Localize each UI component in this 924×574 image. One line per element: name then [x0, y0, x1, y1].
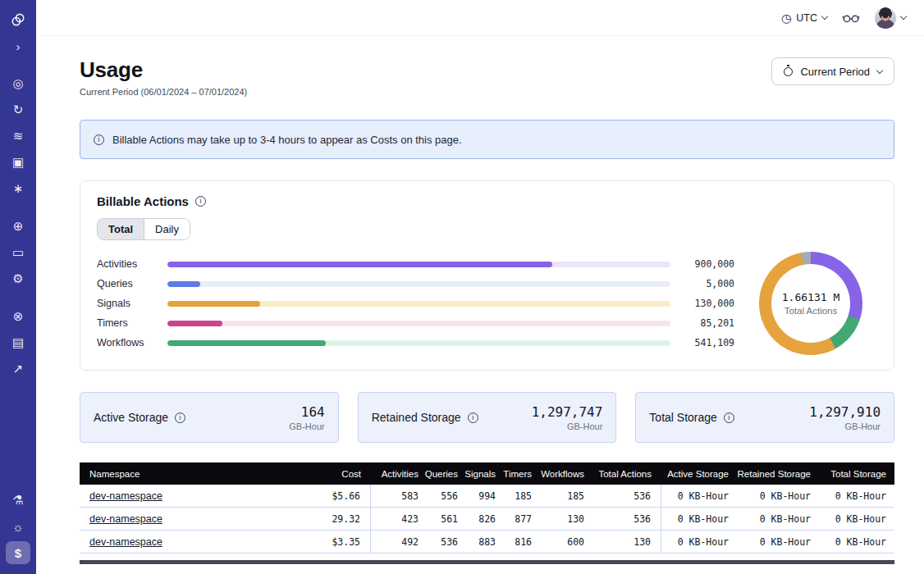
info-icon[interactable]: i — [724, 412, 734, 423]
namespace-link[interactable]: dev-namespace — [89, 513, 162, 525]
table-cell-queries: 561 — [428, 508, 468, 530]
bar-fill — [167, 321, 222, 326]
docs-icon[interactable]: ▤ — [6, 331, 30, 354]
column-header: Signals — [468, 462, 505, 485]
user-menu[interactable] — [875, 7, 906, 29]
page-head: Usage Current Period (06/01/2024 – 07/01… — [80, 57, 894, 97]
period-button-label: Current Period — [800, 66, 870, 78]
cell-value: 0 KB-Hour — [760, 490, 811, 502]
cell-value: 877 — [515, 513, 532, 525]
bar-row: Workflows541,109 — [97, 335, 734, 351]
table-cell-retained_storage: 0 KB-Hour — [737, 508, 819, 530]
donut-chart: 1.66131 M Total Actions — [759, 252, 862, 355]
bar-label: Signals — [97, 298, 156, 309]
table-cell-namespace: dev-namespace — [80, 508, 309, 530]
view-toggle: Total Daily — [97, 218, 190, 240]
chevron-down-icon — [900, 13, 907, 20]
launch-icon[interactable]: ↗ — [6, 358, 30, 380]
avatar — [875, 7, 896, 29]
column-header: Total Storage — [819, 462, 894, 485]
theme-toggle-icon[interactable]: ☼ — [6, 515, 30, 538]
bar-fill — [167, 301, 260, 307]
chart-row: Activities900,000Queries5,000Signals130,… — [97, 252, 877, 355]
glasses-icon[interactable] — [842, 12, 860, 24]
nexus-icon[interactable]: ∗ — [6, 177, 30, 200]
namespaces-icon[interactable]: ◎ — [6, 72, 30, 95]
donut-total-label: Total Actions — [784, 306, 838, 316]
settings-gear-icon[interactable]: ⚙ — [6, 267, 30, 290]
lab-flask-icon[interactable]: ⚗ — [6, 489, 30, 512]
usage-page: Usage Current Period (06/01/2024 – 07/01… — [36, 36, 924, 564]
cell-value: 130 — [567, 513, 584, 525]
stat-value: 164 — [289, 404, 324, 420]
table-row: dev-namespace29.324235618268771305360 KB… — [80, 508, 894, 531]
column-header: Queries — [428, 462, 468, 485]
card-title: Billable Actions — [97, 194, 189, 208]
clock-icon: ◷ — [781, 11, 791, 25]
cell-value: 583 — [401, 490, 419, 502]
bar-label: Timers — [97, 317, 156, 329]
column-header: Total Actions — [594, 462, 661, 485]
main-column: ◷ UTC Usage Current Period (06/01/2024 –… — [36, 0, 924, 574]
table-cell-cost: 29.32 — [309, 508, 371, 530]
bar-fill — [167, 262, 552, 267]
region-icon[interactable]: ⊕ — [6, 215, 30, 238]
timezone-selector[interactable]: ◷ UTC — [781, 11, 827, 25]
namespace-link[interactable]: dev-namespace — [89, 490, 162, 502]
usage-table: NamespaceCostActivitiesQueriesSignalsTim… — [80, 462, 894, 554]
table-cell-total_actions: 130 — [594, 531, 661, 553]
table-cell-total_storage: 0 KB-Hour — [819, 531, 894, 553]
bar-label: Activities — [97, 258, 156, 270]
table-cell-timers: 877 — [505, 508, 542, 530]
bar-fill — [167, 281, 200, 287]
cell-value: $3.35 — [332, 536, 360, 548]
cell-value: 0 KB-Hour — [678, 490, 729, 502]
table-cell-queries: 556 — [428, 485, 468, 507]
cell-value: 0 KB-Hour — [678, 536, 729, 548]
billable-actions-card: Billable Actions i Total Daily Activitie… — [80, 180, 894, 371]
deployments-icon[interactable]: ≋ — [6, 125, 30, 148]
cell-value: 0 KB-Hour — [835, 536, 886, 548]
schedules-icon[interactable]: ↻ — [6, 98, 30, 121]
table-cell-retained_storage: 0 KB-Hour — [737, 485, 819, 507]
cell-value: 883 — [478, 536, 496, 548]
support-icon[interactable]: ⊗ — [6, 305, 30, 328]
partial-row — [80, 560, 894, 564]
info-icon[interactable]: i — [195, 196, 206, 207]
usage-dollar-icon[interactable]: $ — [6, 541, 30, 564]
column-header: Active Storage — [661, 462, 737, 485]
cell-value: 561 — [441, 513, 458, 525]
sidebar-group: ◎↻≋▣∗ — [6, 71, 30, 202]
packages-icon[interactable]: ▣ — [6, 151, 30, 174]
period-selector-button[interactable]: Current Period — [771, 57, 894, 85]
table-cell-retained_storage: 0 KB-Hour — [737, 531, 819, 553]
topbar: ◷ UTC — [36, 0, 924, 36]
stat-unit: GB-Hour — [809, 421, 881, 431]
collapse-sidebar-icon[interactable]: › — [6, 34, 30, 57]
column-header: Retained Storage — [737, 462, 819, 485]
billing-icon[interactable]: ▭ — [6, 241, 30, 264]
cell-value: 423 — [401, 513, 419, 525]
stopwatch-icon — [784, 67, 793, 76]
bar-value: 85,201 — [682, 317, 734, 329]
stat-value: 1,297,910 — [809, 404, 881, 420]
namespace-link[interactable]: dev-namespace — [89, 536, 162, 548]
info-icon[interactable]: i — [468, 412, 478, 423]
cell-value: 994 — [478, 490, 496, 502]
cell-value: $5.66 — [332, 490, 360, 502]
tab-total[interactable]: Total — [98, 219, 144, 239]
stat-unit: GB-Hour — [532, 421, 603, 431]
column-header: Workflows — [542, 462, 594, 485]
cell-value: 0 KB-Hour — [678, 513, 729, 525]
sidebar-group: › — [6, 7, 30, 59]
temporal-logo[interactable] — [6, 8, 30, 31]
info-icon[interactable]: i — [175, 412, 185, 423]
stat-label: Retained Storage — [372, 411, 461, 424]
stat-label: Active Storage — [94, 411, 168, 424]
tab-daily[interactable]: Daily — [144, 219, 190, 239]
stat-card-retained-storage: Retained Storage i 1,297,747 GB-Hour — [358, 392, 617, 443]
column-header: Namespace — [80, 462, 309, 485]
chevron-down-icon — [876, 66, 883, 73]
bar-value: 541,109 — [682, 337, 734, 348]
table-cell-activities: 583 — [371, 485, 428, 507]
